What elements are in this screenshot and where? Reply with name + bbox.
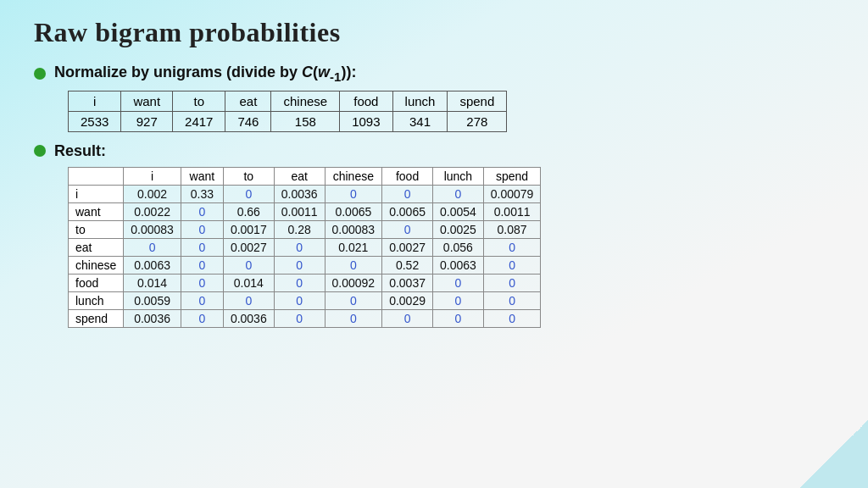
bigram-cell: 0.056: [432, 238, 483, 256]
bigram-cell: 0: [382, 185, 433, 202]
bigram-cell: 0: [223, 291, 274, 309]
bigram-cell: 0: [483, 256, 541, 274]
bigram-col-header: want: [181, 167, 223, 185]
bigram-row-label: want: [69, 202, 124, 220]
bigram-row-label: food: [69, 274, 124, 291]
bigram-cell: 0.0022: [124, 202, 181, 220]
bigram-table: iwanttoeatchinesefoodlunchspendi0.0020.3…: [68, 167, 541, 328]
unigram-table-wrapper: iwanttoeatchinesefoodlunchspend253392724…: [68, 91, 834, 132]
bigram-cell: 0: [181, 291, 223, 309]
bigram-cell: 0.0027: [223, 238, 274, 256]
bigram-cell: 0.021: [325, 238, 382, 256]
unigram-table: iwanttoeatchinesefoodlunchspend253392724…: [68, 91, 507, 132]
bullet1-dot: [34, 68, 46, 80]
bigram-cell: 0.0011: [274, 202, 325, 220]
bigram-cell: 0.0017: [223, 220, 274, 238]
bullet1-label: Normalize by unigrams (divide by C(w-1))…: [34, 64, 834, 84]
bigram-cell: 0.0063: [432, 256, 483, 274]
bigram-cell: 0.66: [223, 202, 274, 220]
unigram-value-cell: 1093: [340, 111, 392, 131]
bigram-cell: 0.0059: [124, 291, 181, 309]
bigram-row-label: eat: [69, 238, 124, 256]
bigram-cell: 0: [382, 309, 433, 327]
bullet1-section: Normalize by unigrams (divide by C(w-1))…: [34, 64, 834, 132]
bigram-cell: 0.00092: [325, 274, 382, 291]
unigram-header-cell: to: [173, 91, 225, 111]
unigram-value-cell: 158: [271, 111, 340, 131]
bigram-cell: 0: [274, 309, 325, 327]
bigram-cell: 0.00083: [325, 220, 382, 238]
bigram-cell: 0: [181, 202, 223, 220]
bigram-cell: 0.0063: [124, 256, 181, 274]
page-title: Raw bigram probabilities: [34, 17, 834, 48]
unigram-value-cell: 2533: [69, 111, 121, 131]
bigram-cell: 0.0065: [382, 202, 433, 220]
bigram-cell: 0: [432, 185, 483, 202]
bigram-cell: 0.0025: [432, 220, 483, 238]
unigram-value-cell: 341: [392, 111, 448, 131]
slide: Raw bigram probabilities Normalize by un…: [0, 0, 868, 488]
bigram-cell: 0: [432, 309, 483, 327]
bigram-cell: 0: [181, 220, 223, 238]
bigram-cell: 0.0037: [382, 274, 433, 291]
bigram-col-header: i: [124, 167, 181, 185]
bigram-cell: 0: [432, 291, 483, 309]
bigram-cell: 0: [325, 291, 382, 309]
bigram-row-label: spend: [69, 309, 124, 327]
bigram-cell: 0.28: [274, 220, 325, 238]
bigram-col-header: [69, 167, 124, 185]
bigram-cell: 0: [274, 274, 325, 291]
unigram-value-cell: 746: [225, 111, 271, 131]
bigram-cell: 0: [382, 220, 433, 238]
unigram-header-cell: eat: [225, 91, 271, 111]
bigram-cell: 0.0065: [325, 202, 382, 220]
bigram-cell: 0.0029: [382, 291, 433, 309]
bullet2-label: Result:: [34, 142, 834, 160]
bigram-cell: 0.002: [124, 185, 181, 202]
unigram-value-cell: 927: [121, 111, 173, 131]
unigram-header-cell: i: [69, 91, 121, 111]
bigram-col-header: lunch: [432, 167, 483, 185]
unigram-header-cell: chinese: [271, 91, 340, 111]
bigram-cell: 0: [274, 256, 325, 274]
bigram-cell: 0.33: [181, 185, 223, 202]
bigram-col-header: spend: [483, 167, 541, 185]
bullet1-text: Normalize by unigrams (divide by C(w-1))…: [54, 64, 356, 84]
bigram-cell: 0.0036: [223, 309, 274, 327]
bigram-col-header: to: [223, 167, 274, 185]
bigram-cell: 0: [181, 238, 223, 256]
bigram-row-label: lunch: [69, 291, 124, 309]
bigram-cell: 0.00079: [483, 185, 541, 202]
bigram-cell: 0.0011: [483, 202, 541, 220]
bigram-col-header: chinese: [325, 167, 382, 185]
bigram-cell: 0: [483, 274, 541, 291]
bigram-cell: 0.014: [223, 274, 274, 291]
bigram-cell: 0.00083: [124, 220, 181, 238]
unigram-header-cell: food: [340, 91, 392, 111]
bigram-cell: 0.52: [382, 256, 433, 274]
bigram-cell: 0.0036: [124, 309, 181, 327]
bigram-cell: 0: [181, 256, 223, 274]
bigram-cell: 0: [181, 274, 223, 291]
bigram-row-label: chinese: [69, 256, 124, 274]
unigram-header-cell: lunch: [392, 91, 448, 111]
bigram-cell: 0: [223, 256, 274, 274]
bigram-col-header: food: [382, 167, 433, 185]
bigram-row-label: to: [69, 220, 124, 238]
bigram-cell: 0.0036: [274, 185, 325, 202]
bigram-cell: 0.0027: [382, 238, 433, 256]
bigram-cell: 0: [432, 274, 483, 291]
bigram-cell: 0: [181, 309, 223, 327]
bigram-cell: 0.014: [124, 274, 181, 291]
bigram-cell: 0: [124, 238, 181, 256]
bullet2-section: Result: iwanttoeatchinesefoodlunchspendi…: [34, 142, 834, 328]
bigram-cell: 0.0054: [432, 202, 483, 220]
unigram-value-cell: 2417: [173, 111, 225, 131]
bigram-cell: 0: [325, 309, 382, 327]
bigram-cell: 0: [325, 185, 382, 202]
bullet2-dot: [34, 145, 46, 157]
bigram-cell: 0: [483, 238, 541, 256]
bigram-cell: 0: [274, 291, 325, 309]
bigram-cell: 0: [483, 309, 541, 327]
unigram-header-cell: want: [121, 91, 173, 111]
